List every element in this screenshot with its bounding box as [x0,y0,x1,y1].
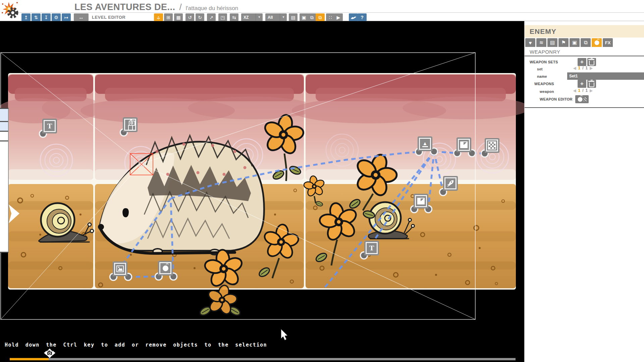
timeline-elapsed[interactable] [10,358,49,360]
set-name-input[interactable] [567,72,644,80]
add-weapon-button[interactable]: + [578,80,586,88]
status-message: Hold down the Ctrl key to add or remove … [5,342,267,348]
frame-button[interactable]: ▣ [300,13,308,21]
app-header: LES AVENTURES DE... / l'attaque du héris… [0,0,644,21]
upload-icon: ↥ [24,15,28,20]
rotate-cw-button[interactable]: ↻ [196,13,204,21]
enemy-tabs: ♥ ≋ ▤ ⚑ ▣ ⧉ FX [525,38,613,47]
tab-frame[interactable]: ▣ [570,38,580,47]
delete-weapon-button[interactable] [587,80,596,88]
next-icon[interactable]: ▶ [590,88,592,93]
tab-controls[interactable]: ⚑ [558,38,569,47]
checker-chip[interactable] [485,138,499,153]
bomb-icon [578,97,583,102]
set-total: 1 [586,66,588,70]
spawn-marker-chip[interactable]: ▲ [418,136,432,151]
prev-icon[interactable]: ◀ [573,66,576,70]
bird-icon [351,15,357,20]
copy-button[interactable]: ⧉ [308,13,316,21]
play-button[interactable]: ▶ [334,13,343,21]
level-editor-app: < [0,0,644,362]
trash-icon [589,82,594,87]
tab-copies[interactable]: ⧉ [581,38,591,47]
download-button[interactable]: ↧ [42,13,51,21]
upload-button[interactable]: ↥ [21,13,31,21]
level-editor-toggle[interactable]: ↔ [74,13,89,21]
checkerboard-icon [488,141,496,149]
picture-object-chip[interactable] [113,261,127,276]
timeline-remaining[interactable] [49,358,516,360]
sync-button[interactable]: ⇅ [32,13,41,21]
editor-canvas[interactable]: < [0,21,524,362]
weapons-label: WEAPONS [534,82,554,86]
enemy-panel: ENEMY ♥ ≋ ▤ ⚑ ▣ ⧉ FX WEAPONRY WEAPON SET… [524,21,644,362]
tab-layers[interactable]: ▤ [547,38,557,47]
marker-icon: ▲ [422,141,428,147]
filter-dropdown[interactable]: All ▼ [265,13,287,21]
tab-fx[interactable]: FX [603,38,613,47]
split-icon [417,198,425,204]
bomb-icon [163,265,168,271]
text-icon: T [369,244,374,252]
add-object-button[interactable]: ⊞ [164,13,173,21]
split-frame-chip-2[interactable] [414,194,428,208]
weapon-editor-label: WEAPON EDITOR [540,97,573,101]
layer-cell[interactable] [0,109,8,122]
rotate-ccw-button[interactable]: ↺ [185,13,194,21]
timeline-scrubber[interactable] [44,349,55,358]
waves-icon: ≋ [539,40,544,46]
layers-icon: ▤ [550,40,555,46]
layer-cell[interactable] [0,132,8,141]
rotate-cw-icon: ↻ [198,15,202,20]
play-icon: ▶ [337,15,340,20]
section-title: WEAPONRY [530,49,560,55]
weapon-editor-button[interactable] [575,95,589,103]
pattern-button[interactable]: ∷ [326,13,335,21]
section-divider [525,56,644,56]
paste-button[interactable]: ⧉ [316,13,325,21]
scale-button[interactable]: ↗ [207,13,216,21]
exit-button[interactable]: ↦ [62,13,71,21]
text-object-chip[interactable]: T [42,119,57,133]
grid-icon: ▦ [176,15,180,20]
layer-cell[interactable] [0,122,8,132]
snapshot-object-chip[interactable] [123,117,138,132]
next-icon[interactable]: ▶ [590,66,592,70]
mouse-cursor [281,329,287,340]
test-bird-button[interactable] [349,13,358,21]
set-pager: ◀ 1 / 1 ▶ [573,66,593,70]
layer-strip[interactable] [0,108,9,253]
tab-weaponry[interactable] [592,38,602,47]
level-editor-label: LEVEL EDITOR [92,15,125,20]
delete-weapon-set-button[interactable] [587,58,596,66]
help-button[interactable]: ? [358,13,367,21]
flip-button[interactable]: ⇆ [230,13,238,21]
name-label: name [537,74,547,78]
weapon-separator: / [582,88,583,93]
duplicate-button[interactable]: ◳ [218,13,227,21]
title-block: LES AVENTURES DE... / l'attaque du héris… [74,2,238,12]
sync-icon: ⇅ [34,15,38,20]
panel-title: ENEMY [525,27,556,36]
layers-button[interactable]: ▤ [289,13,298,21]
axis-dropdown[interactable]: XZ ▼ [241,13,263,21]
split-frame-chip[interactable] [457,137,471,152]
prev-icon[interactable]: ◀ [573,88,576,93]
text-object-chip-2[interactable]: T [364,241,379,255]
bomb-icon [594,40,599,45]
plus-icon: + [580,80,584,87]
paste-icon: ⧉ [319,15,322,20]
move-tool-button[interactable]: ↔↕ [154,13,163,21]
set-separator: / [582,66,583,70]
pattern-icon: ∷ [329,15,332,20]
add-weapon-set-button[interactable]: + [578,58,586,66]
rocket-chip[interactable] [443,176,458,191]
tab-health[interactable]: ♥ [525,38,535,47]
weapon-pager: ◀ 1 / 1 ▶ [573,88,593,93]
bomb-object-chip[interactable] [158,261,173,276]
add-grid-button[interactable]: ▦ [174,13,183,21]
settings-button[interactable]: ⚙ [52,13,61,21]
title-separator: / [179,2,182,12]
copies-icon: ⧉ [584,40,588,46]
tab-movement[interactable]: ≋ [536,38,546,47]
